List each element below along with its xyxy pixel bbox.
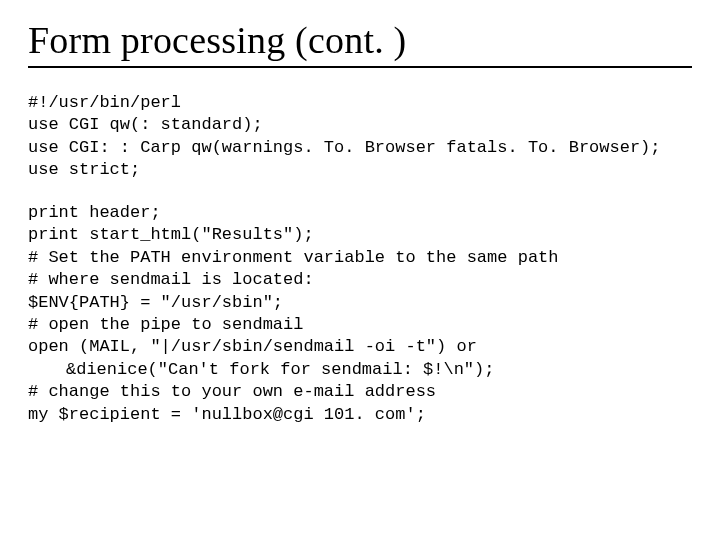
page-title: Form processing (cont. ): [28, 18, 692, 62]
code-line: my $recipient = 'nullbox@cgi 101. com';: [28, 405, 426, 424]
code-line: # where sendmail is located:: [28, 270, 314, 289]
code-line: # open the pipe to sendmail: [28, 315, 303, 334]
code-block-2: print header; print start_html("Results"…: [28, 202, 692, 426]
title-divider: [28, 66, 692, 68]
code-line: use CGI: : Carp qw(warnings. To. Browser…: [28, 138, 661, 157]
code-line: # change this to your own e-mail address: [28, 382, 436, 401]
code-line: #!/usr/bin/perl: [28, 93, 181, 112]
code-block-1: #!/usr/bin/perl use CGI qw(: standard); …: [28, 92, 692, 182]
code-line-indented: &dienice("Can't fork for sendmail: $!\n"…: [28, 359, 494, 381]
code-line: open (MAIL, "|/usr/sbin/sendmail -oi -t"…: [28, 337, 477, 356]
code-line: # Set the PATH environment variable to t…: [28, 248, 559, 267]
code-line: use strict;: [28, 160, 140, 179]
slide: Form processing (cont. ) #!/usr/bin/perl…: [0, 0, 720, 540]
code-line: print start_html("Results");: [28, 225, 314, 244]
code-line: use CGI qw(: standard);: [28, 115, 263, 134]
code-line: $ENV{PATH} = "/usr/sbin";: [28, 293, 283, 312]
code-line: print header;: [28, 203, 161, 222]
